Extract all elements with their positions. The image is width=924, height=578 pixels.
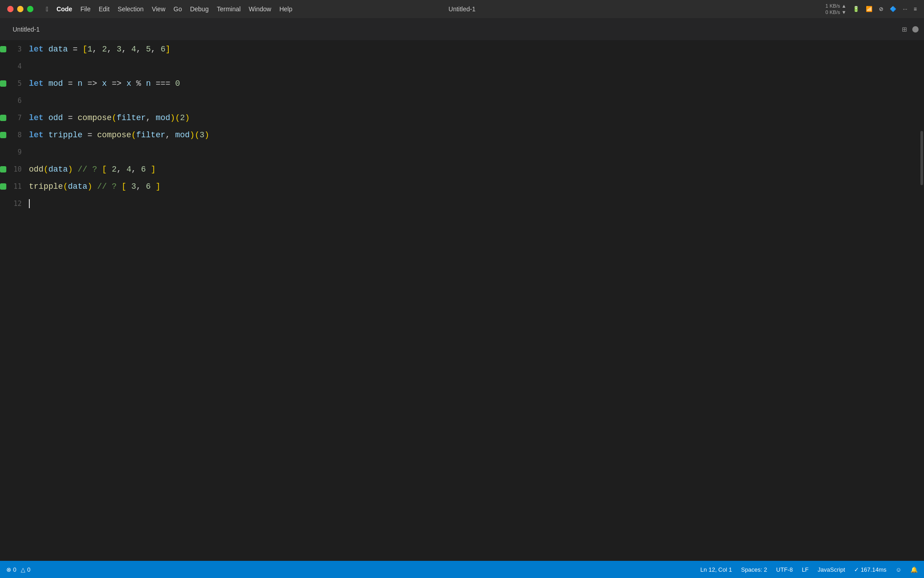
- code-line-8: let tripple = compose(filter, mod)(3): [22, 126, 919, 144]
- code-text-3: let data = [1, 2, 3, 4, 5, 6]: [29, 41, 171, 58]
- code-text-8: let tripple = compose(filter, mod)(3): [29, 126, 209, 144]
- breakpoint-5[interactable]: [0, 80, 6, 87]
- list-icon: ≡: [914, 6, 917, 12]
- gutter-line-10: 10: [0, 161, 22, 178]
- line-num-3: 3: [9, 45, 22, 53]
- no-breakpoint-6: [0, 98, 6, 104]
- status-errors[interactable]: ⊗ 0 △ 0: [6, 566, 30, 573]
- line-num-6: 6: [9, 97, 22, 105]
- system-tray: 1 KB/s ▲0 KB/s ▼ 🔋 📶 ⊘ 🔷 ··· ≡: [826, 3, 917, 16]
- line-num-8: 8: [9, 131, 22, 139]
- breakpoint-3[interactable]: [0, 46, 6, 52]
- menu-file[interactable]: File: [80, 5, 91, 13]
- menu-window[interactable]: Window: [249, 5, 271, 13]
- status-feedback[interactable]: ☺: [896, 566, 901, 573]
- gutter-line-8: 8: [0, 126, 22, 144]
- menu-apple[interactable]: : [46, 5, 48, 13]
- battery-icon: 🔋: [853, 6, 859, 12]
- menu-selection[interactable]: Selection: [118, 5, 144, 13]
- code-text-7: let odd = compose(filter, mod)(2): [29, 109, 190, 126]
- gutter-line-4: 4: [0, 58, 22, 75]
- scrollbar-thumb[interactable]: [920, 131, 923, 185]
- code-text-11: tripple(data) // ? [ 3, 6 ]: [29, 178, 161, 195]
- warning-icon: △: [21, 566, 25, 573]
- minimize-button[interactable]: [17, 6, 23, 12]
- statusbar: ⊗ 0 △ 0 Ln 12, Col 1 Spaces: 2 UTF-8 LF …: [0, 561, 924, 578]
- error-count: 0: [13, 566, 16, 573]
- code-content[interactable]: let data = [1, 2, 3, 4, 5, 6] let mod = …: [22, 41, 919, 561]
- line-num-7: 7: [9, 114, 22, 122]
- line-num-4: 4: [9, 62, 22, 70]
- status-right: Ln 12, Col 1 Spaces: 2 UTF-8 LF JavaScri…: [700, 566, 918, 573]
- error-icon: ⊗: [6, 566, 11, 573]
- code-line-9: [22, 144, 919, 161]
- status-spaces[interactable]: Spaces: 2: [741, 566, 767, 573]
- editor-actions: ⊞: [902, 24, 919, 34]
- line-num-10: 10: [9, 165, 22, 173]
- line-num-5: 5: [9, 79, 22, 88]
- code-line-3: let data = [1, 2, 3, 4, 5, 6]: [22, 41, 919, 58]
- breakpoint-10[interactable]: [0, 166, 6, 172]
- menu-go[interactable]: Go: [174, 5, 182, 13]
- more-actions-icon[interactable]: [912, 26, 919, 33]
- line-num-9: 9: [9, 148, 22, 156]
- gutter-line-11: 11: [0, 178, 22, 195]
- code-line-5: let mod = n => x => x % n === 0: [22, 75, 919, 92]
- code-line-10: odd(data) // ? [ 2, 4, 6 ]: [22, 161, 919, 178]
- menu-help[interactable]: Help: [279, 5, 292, 13]
- gutter-line-5: 5: [0, 75, 22, 92]
- scrollbar[interactable]: [919, 41, 924, 561]
- menu-edit[interactable]: Edit: [99, 5, 110, 13]
- menu-debug[interactable]: Debug: [190, 5, 208, 13]
- network-speed: 1 KB/s ▲0 KB/s ▼: [826, 3, 846, 16]
- status-notifications[interactable]: 🔔: [910, 566, 918, 573]
- finder-icon: 🔷: [890, 6, 896, 12]
- code-text-5: let mod = n => x => x % n === 0: [29, 75, 180, 92]
- gutter-line-12: 12: [0, 195, 22, 212]
- breakpoint-11[interactable]: [0, 183, 6, 190]
- tab-untitled1[interactable]: Untitled-1: [5, 22, 47, 37]
- menu-code[interactable]: Code: [56, 5, 72, 13]
- tabbar: Untitled-1 ⊞: [0, 18, 924, 41]
- code-line-11: tripple(data) // ? [ 3, 6 ]: [22, 178, 919, 195]
- code-line-12: [22, 195, 919, 212]
- code-line-4: [22, 58, 919, 75]
- breakpoint-8[interactable]: [0, 132, 6, 138]
- code-text-12: [29, 195, 30, 212]
- close-button[interactable]: [7, 6, 14, 12]
- status-language[interactable]: JavaScript: [818, 566, 845, 573]
- code-line-7: let odd = compose(filter, mod)(2): [22, 109, 919, 126]
- code-text-10: odd(data) // ? [ 2, 4, 6 ]: [29, 161, 156, 178]
- traffic-lights: [7, 6, 33, 12]
- editor: 3 4 5 6 7 8 9: [0, 41, 924, 561]
- code-line-6: [22, 92, 919, 109]
- menu-view[interactable]: View: [152, 5, 165, 13]
- warning-count: 0: [27, 566, 30, 573]
- wifi-icon: 📶: [866, 6, 873, 12]
- more-icon: ···: [903, 6, 907, 12]
- menubar:  Code File Edit Selection View Go Debug…: [0, 0, 924, 18]
- status-timing: ✓ 167.14ms: [854, 566, 887, 573]
- status-encoding[interactable]: UTF-8: [776, 566, 793, 573]
- maximize-button[interactable]: [27, 6, 33, 12]
- menu-terminal[interactable]: Terminal: [217, 5, 240, 13]
- status-eol[interactable]: LF: [802, 566, 808, 573]
- no-breakpoint-12: [0, 200, 6, 207]
- vpn-icon: ⊘: [879, 6, 883, 12]
- gutter-line-6: 6: [0, 92, 22, 109]
- split-editor-icon[interactable]: ⊞: [902, 24, 907, 34]
- breakpoint-7[interactable]: [0, 115, 6, 121]
- line-num-12: 12: [9, 200, 22, 208]
- status-position[interactable]: Ln 12, Col 1: [700, 566, 732, 573]
- gutter-line-9: 9: [0, 144, 22, 161]
- gutter-line-3: 3: [0, 41, 22, 58]
- window-title: Untitled-1: [448, 5, 476, 13]
- gutter-line-7: 7: [0, 109, 22, 126]
- no-breakpoint-4: [0, 63, 6, 70]
- no-breakpoint-9: [0, 149, 6, 155]
- line-num-11: 11: [9, 182, 22, 191]
- menu-items:  Code File Edit Selection View Go Debug…: [46, 5, 292, 13]
- line-gutter: 3 4 5 6 7 8 9: [0, 41, 22, 561]
